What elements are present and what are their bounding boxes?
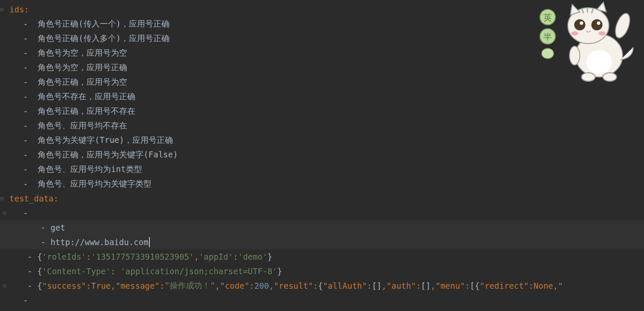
code-line[interactable]: ⊟ - {"success":True,"message":"操作成功！","c… xyxy=(0,278,644,293)
fold-marker-icon[interactable]: ⊟ xyxy=(3,282,8,289)
code-line[interactable]: - 角色号正确，应用号为关键字(False) xyxy=(0,148,644,162)
text-cursor xyxy=(149,237,150,247)
code-line[interactable]: - 角色号、应用号均为int类型 xyxy=(0,162,644,177)
list-item-text: 角色号为关键字(True)，应用号正确 xyxy=(38,135,173,146)
fold-marker-icon[interactable]: ⊟ xyxy=(3,210,8,216)
code-line[interactable]: - 角色号正确(传入多个)，应用号正确 xyxy=(0,31,644,46)
list-item-text: 角色号、应用号均为关键字类型 xyxy=(38,178,152,190)
code-line[interactable]: - 角色号正确(传入一个)，应用号正确 xyxy=(0,17,644,31)
list-item-text: 角色号为空，应用号为空 xyxy=(38,47,127,59)
list-item-text: 角色号正确(传入一个)，应用号正确 xyxy=(38,18,170,30)
code-line[interactable]: - 角色号为空，应用号为空 xyxy=(0,46,644,60)
list-item-text: 角色号正确，应用号不存在 xyxy=(38,106,135,117)
code-line[interactable]: ⊟ test_data: xyxy=(0,191,644,206)
yaml-key: test_data xyxy=(9,194,54,203)
code-line[interactable]: - 角色号、应用号均不存在 xyxy=(0,118,644,133)
list-item-text: 角色号正确，应用号为空 xyxy=(38,77,127,88)
code-line[interactable]: - xyxy=(0,293,644,308)
code-line[interactable]: - {'roleIds':'1351775733910523905','appI… xyxy=(0,249,644,264)
code-editor[interactable]: ⊟ ids: - 角色号正确(传入一个)，应用号正确 - 角色号正确(传入多个)… xyxy=(0,0,644,310)
list-item-text: 角色号正确(传入多个)，应用号正确 xyxy=(38,33,170,44)
code-line[interactable]: ⊟ ids: xyxy=(0,2,644,17)
fold-marker-icon[interactable]: ⊟ xyxy=(0,6,5,13)
code-line[interactable]: - {'Content-Type': 'application/json;cha… xyxy=(0,264,644,278)
list-item-text: 角色号不存在，应用号正确 xyxy=(38,91,135,102)
url-text: http://www.baidu.com xyxy=(51,237,149,247)
code-line[interactable]: - 角色号为空，应用号正确 xyxy=(0,60,644,75)
list-item-text: 角色号、应用号均不存在 xyxy=(38,120,127,131)
code-line[interactable]: - get xyxy=(0,220,644,235)
http-method: get xyxy=(51,223,65,232)
code-line[interactable]: - 角色号为关键字(True)，应用号正确 xyxy=(0,133,644,148)
code-line[interactable]: - 角色号、应用号均为关键字类型 xyxy=(0,177,644,191)
list-item-text: 角色号、应用号均为int类型 xyxy=(38,164,142,175)
list-item-text: 角色号为空，应用号正确 xyxy=(38,62,127,73)
list-item-text: 角色号正确，应用号为关键字(False) xyxy=(38,149,178,160)
code-line[interactable]: - 角色号正确，应用号为空 xyxy=(0,75,644,89)
code-line[interactable]: - 角色号正确，应用号不存在 xyxy=(0,104,644,118)
code-line[interactable]: - http://www.baidu.com xyxy=(0,235,644,249)
yaml-key: ids xyxy=(9,5,24,14)
code-line[interactable]: - 角色号不存在，应用号正确 xyxy=(0,89,644,104)
fold-marker-icon[interactable]: ⊟ xyxy=(0,195,5,202)
code-line[interactable]: ⊟ - xyxy=(0,206,644,220)
